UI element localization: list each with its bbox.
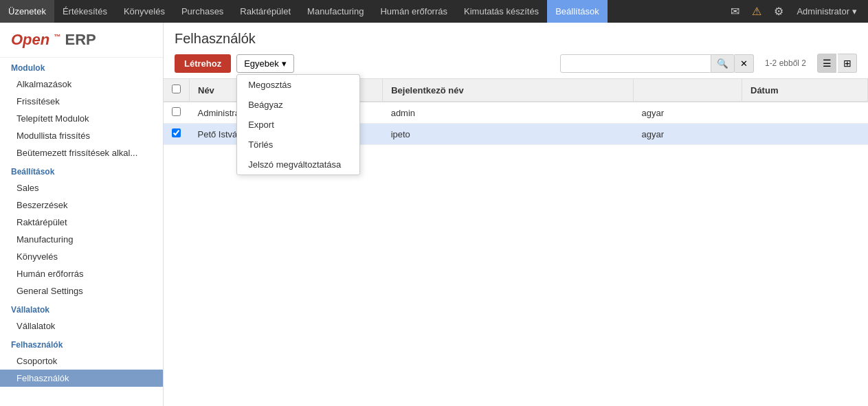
sidebar-item-modullista[interactable]: Modullista frissítés — [0, 127, 163, 144]
sidebar-item-general[interactable]: General Settings — [0, 282, 163, 300]
egyebek-button[interactable]: Egyebek ▾ — [236, 54, 294, 73]
row-login-2: ipeto — [383, 124, 634, 145]
grid-view-button[interactable]: ⊞ — [838, 54, 857, 73]
content-area: Felhasználók Létrehoz Egyebek ▾ Megosztá… — [164, 23, 868, 406]
dropdown-item-beagyaz[interactable]: Beágyaz — [237, 95, 359, 115]
sidebar-item-beszerzesek[interactable]: Beszerzések — [0, 196, 163, 214]
nav-item-uzenetek[interactable]: Üzenetek — [0, 0, 54, 23]
header-checkbox-cell — [164, 79, 190, 102]
sidebar-item-alkalmazasok[interactable]: Alkalmazások — [0, 76, 163, 93]
sidebar-item-vallalatok[interactable]: Vállalatok — [0, 317, 163, 335]
settings-icon[interactable]: ⚙ — [769, 2, 788, 21]
row-date-1 — [742, 102, 868, 124]
sidebar-section-felhasznalok: Felhasználók — [0, 335, 163, 352]
logo-open: Open — [11, 31, 49, 48]
sidebar-section-vallalatok: Vállalatok — [0, 300, 163, 317]
nav-right-area: ✉ ⚠ ⚙ Administrator ▾ — [725, 2, 868, 21]
sidebar-item-csoportok[interactable]: Csoportok — [0, 352, 163, 370]
search-clear-button[interactable]: ✕ — [735, 54, 754, 73]
dropdown-item-jelszo[interactable]: Jelszó megváltoztatása — [237, 155, 359, 174]
sidebar-item-felhasznalok[interactable]: Felhasználók — [0, 370, 163, 387]
search-bar: 🔍 ✕ — [560, 54, 754, 73]
sidebar-item-raktarepulet[interactable]: Raktárépület — [0, 214, 163, 231]
header-date: Dátum — [742, 79, 868, 102]
alert-icon[interactable]: ⚠ — [747, 2, 766, 21]
nav-item-human[interactable]: Humán erőforrás — [372, 0, 456, 23]
egyebek-wrapper: Egyebek ▾ Megosztás Beágyaz Export Törlé… — [236, 54, 294, 73]
main-layout: Open ™ ERP Modulok Alkalmazások Frissíté… — [0, 23, 868, 406]
sidebar-item-konyve les[interactable]: Könyvelés — [0, 248, 163, 265]
nav-item-beallitasok[interactable]: Beállítások — [547, 0, 608, 23]
dropdown-item-torles[interactable]: Törlés — [237, 135, 359, 155]
sidebar-item-frissitesek[interactable]: Frissítések — [0, 93, 163, 110]
create-button[interactable]: Létrehoz — [175, 54, 231, 73]
admin-chevron-icon: ▾ — [852, 6, 857, 16]
row-lang-2: agyar — [633, 124, 742, 145]
dropdown-item-megosztas[interactable]: Megosztás — [237, 75, 359, 95]
sidebar: Open ™ ERP Modulok Alkalmazások Frissíté… — [0, 23, 164, 406]
sidebar-item-telepitett[interactable]: Telepített Modulok — [0, 110, 163, 127]
row-date-2 — [742, 124, 868, 145]
sidebar-item-manufacturing[interactable]: Manufacturing — [0, 231, 163, 248]
logo-area: Open ™ ERP — [0, 23, 163, 58]
egyebek-dropdown: Megosztás Beágyaz Export Törlés Jelszó m… — [236, 74, 360, 175]
content-header: Felhasználók Létrehoz Egyebek ▾ Megosztá… — [164, 23, 868, 79]
sidebar-section-beallitasok: Beállítások — [0, 161, 163, 179]
list-view-button[interactable]: ☰ — [817, 54, 836, 73]
messages-icon[interactable]: ✉ — [725, 2, 744, 21]
logo: Open ™ ERP — [11, 31, 96, 48]
row-checkbox-1[interactable] — [172, 107, 181, 116]
select-all-checkbox[interactable] — [172, 84, 181, 93]
sidebar-item-human[interactable]: Humán erőforrás — [0, 265, 163, 282]
search-icon: 🔍 — [717, 58, 728, 69]
row-login-1: admin — [383, 102, 634, 124]
nav-item-raktarepulet[interactable]: Raktárépület — [232, 0, 299, 23]
view-toggle: ☰ ⊞ — [817, 54, 857, 73]
nav-item-manufacturing[interactable]: Manufacturing — [299, 0, 372, 23]
search-input[interactable] — [560, 54, 711, 73]
page-title: Felhasználók — [175, 31, 857, 47]
nav-item-ertekesites[interactable]: Értékesítés — [54, 0, 115, 23]
sidebar-item-beutemezett[interactable]: Beütemezett frissítések alkal... — [0, 144, 163, 161]
row-checkbox-2[interactable] — [172, 128, 181, 137]
row-checkbox-cell — [164, 124, 190, 145]
nav-items-left: Üzenetek Értékesítés Könyvelés Purchases… — [0, 0, 608, 23]
header-empty — [633, 79, 742, 102]
search-x-icon: ✕ — [740, 58, 748, 69]
row-lang-1: agyar — [633, 102, 742, 124]
egyebek-label: Egyebek — [244, 58, 279, 69]
toolbar: Létrehoz Egyebek ▾ Megosztás Beágyaz Exp… — [175, 54, 857, 73]
nav-item-kimutatas[interactable]: Kimutatás készítés — [456, 0, 547, 23]
header-login: Bejelentkezö név — [383, 79, 634, 102]
nav-item-purchases[interactable]: Purchases — [173, 0, 232, 23]
admin-label: Administrator — [797, 6, 849, 16]
dropdown-item-export[interactable]: Export — [237, 115, 359, 135]
pagination-info: 1-2 ebből 2 — [765, 58, 806, 68]
sidebar-section-modulok: Modulok — [0, 58, 163, 76]
row-checkbox-cell — [164, 102, 190, 124]
search-button[interactable]: 🔍 — [711, 54, 735, 73]
admin-button[interactable]: Administrator ▾ — [791, 2, 863, 21]
logo-erp: ERP — [65, 31, 96, 48]
nav-item-konyve les[interactable]: Könyvelés — [115, 0, 173, 23]
egyebek-chevron-icon: ▾ — [282, 58, 287, 69]
top-navigation: Üzenetek Értékesítés Könyvelés Purchases… — [0, 0, 868, 23]
sidebar-item-sales[interactable]: Sales — [0, 179, 163, 196]
logo-tm: ™ — [54, 33, 60, 41]
